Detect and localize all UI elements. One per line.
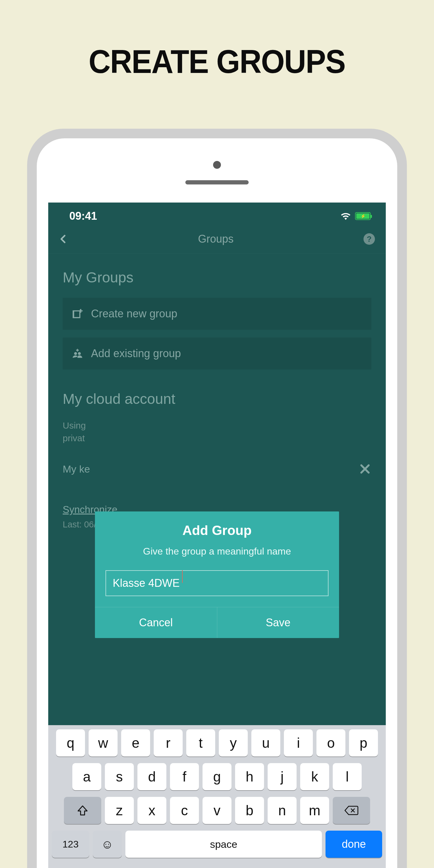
shift-icon [76, 804, 89, 816]
section-title-cloud: My cloud account [63, 391, 371, 407]
status-icons: ⚡ [341, 212, 371, 220]
add-people-icon [72, 348, 83, 359]
dialog-buttons: Cancel Save [95, 607, 339, 638]
key-x[interactable]: x [137, 797, 166, 824]
key-r[interactable]: r [154, 730, 183, 756]
key-u[interactable]: u [251, 730, 280, 756]
save-button[interactable]: Save [217, 607, 339, 638]
key-h[interactable]: h [235, 763, 264, 790]
status-bar: 09:41 ⚡ [48, 203, 386, 227]
key-q[interactable]: q [56, 730, 85, 756]
dialog-subtitle: Give the group a meaningful name [143, 546, 291, 557]
svg-point-1 [74, 352, 77, 355]
key-c[interactable]: c [170, 797, 199, 824]
group-name-input[interactable] [105, 570, 329, 596]
nav-bar: Groups ? [48, 227, 386, 253]
key-p[interactable]: p [349, 730, 378, 756]
keyboard: qwertyuiop asdfghjkl zxcvbnm [48, 725, 386, 868]
key-m[interactable]: m [300, 797, 329, 824]
keyboard-row-1: qwertyuiop [51, 730, 383, 756]
wifi-icon [341, 212, 351, 220]
help-icon[interactable]: ? [364, 233, 375, 245]
section-title-my-groups: My Groups [63, 269, 371, 286]
key-n[interactable]: n [268, 797, 297, 824]
key-w[interactable]: w [89, 730, 118, 756]
key-y[interactable]: y [219, 730, 248, 756]
text-caret [182, 570, 183, 583]
keyboard-row-4: 123 ☺ space done [51, 831, 383, 868]
numeric-key[interactable]: 123 [52, 831, 89, 858]
speaker-grille [185, 180, 249, 184]
add-existing-group-label: Add existing group [91, 347, 181, 360]
keyboard-row-3: zxcvbnm [51, 797, 383, 824]
cancel-button[interactable]: Cancel [95, 607, 217, 638]
cloud-key-label: My ke [63, 463, 90, 475]
close-icon[interactable] [359, 463, 371, 475]
device-inner: 09:41 ⚡ Groups ? [37, 138, 397, 868]
create-new-group-label: Create new group [91, 307, 177, 320]
done-key[interactable]: done [326, 831, 382, 858]
key-t[interactable]: t [186, 730, 215, 756]
battery-icon: ⚡ [355, 212, 371, 220]
cloud-key-row: My ke [63, 463, 371, 475]
key-d[interactable]: d [137, 763, 166, 790]
key-i[interactable]: i [284, 730, 313, 756]
status-time: 09:41 [69, 210, 97, 222]
device-frame: 09:41 ⚡ Groups ? [27, 129, 407, 868]
delete-key[interactable] [333, 797, 370, 824]
add-group-dialog: Add Group Give the group a meaningful na… [95, 512, 339, 638]
dialog-title: Add Group [182, 523, 252, 538]
svg-point-2 [78, 352, 81, 355]
add-existing-group-button[interactable]: Add existing group [63, 338, 371, 370]
content: My Groups Create new group [48, 253, 386, 530]
key-a[interactable]: a [72, 763, 101, 790]
key-e[interactable]: e [121, 730, 150, 756]
key-f[interactable]: f [170, 763, 199, 790]
keyboard-row-2: asdfghjkl [51, 763, 383, 790]
key-l[interactable]: l [333, 763, 362, 790]
key-s[interactable]: s [105, 763, 134, 790]
marketing-headline: CREATE GROUPS [89, 42, 345, 81]
create-new-group-button[interactable]: Create new group [63, 298, 371, 330]
create-square-icon [72, 308, 83, 319]
backspace-icon [344, 805, 358, 815]
cloud-desc-line1: Using [63, 419, 371, 432]
camera-dot [213, 161, 221, 169]
screen: 09:41 ⚡ Groups ? [48, 203, 386, 868]
cloud-section: My cloud account Using privat My ke Sync… [63, 391, 371, 530]
emoji-key[interactable]: ☺ [93, 831, 122, 858]
key-g[interactable]: g [203, 763, 231, 790]
key-b[interactable]: b [235, 797, 264, 824]
key-k[interactable]: k [300, 763, 329, 790]
nav-title: Groups [198, 233, 234, 245]
key-z[interactable]: z [105, 797, 134, 824]
key-v[interactable]: v [203, 797, 231, 824]
cloud-desc-line2: privat [63, 432, 371, 444]
shift-key[interactable] [64, 797, 101, 824]
key-o[interactable]: o [316, 730, 345, 756]
space-key[interactable]: space [125, 831, 322, 858]
key-j[interactable]: j [268, 763, 297, 790]
back-icon[interactable] [58, 234, 68, 244]
